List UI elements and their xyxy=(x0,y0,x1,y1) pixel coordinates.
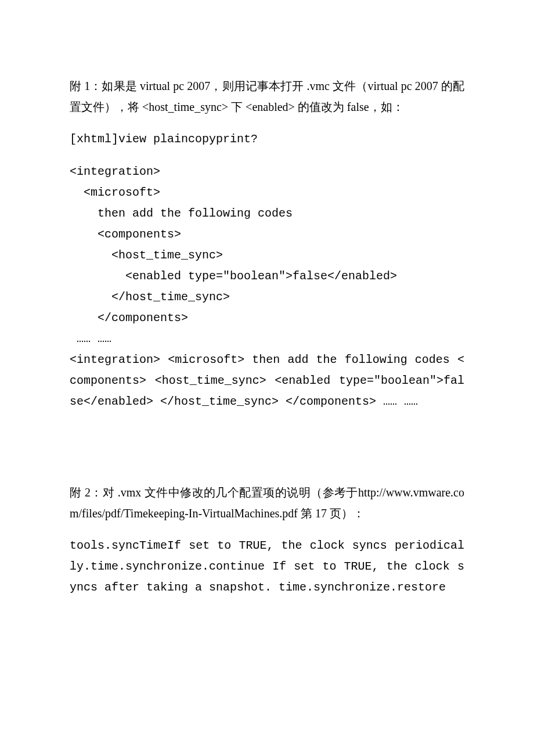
document-page: 附 1：如果是 virtual pc 2007，则用记事本打开 .vmc 文件（… xyxy=(0,0,534,756)
code-tag-line: [xhtml]view plaincopyprint? xyxy=(70,129,464,150)
spacer xyxy=(70,424,464,482)
code-line: </components> xyxy=(70,308,464,329)
code-line: …… …… xyxy=(70,329,464,350)
code-line: <enabled type="boolean">false</enabled> xyxy=(70,266,464,287)
xml-code-block: <integration> <microsoft> then add the f… xyxy=(70,161,464,350)
code-line: </host_time_sync> xyxy=(70,287,464,308)
code-line: <microsoft> xyxy=(70,182,464,203)
code-line: <integration> xyxy=(70,161,464,182)
paragraph-appendix-1: 附 1：如果是 virtual pc 2007，则用记事本打开 .vmc 文件（… xyxy=(70,75,464,117)
code-line: then add the following codes xyxy=(70,203,464,224)
code-line: <host_time_sync> xyxy=(70,245,464,266)
paragraph-settings-description: tools.syncTimeIf set to TRUE, the clock … xyxy=(70,535,464,598)
code-line: <components> xyxy=(70,224,464,245)
paragraph-appendix-2: 附 2：对 .vmx 文件中修改的几个配置项的说明（参考于http://www.… xyxy=(70,482,464,524)
inline-xml-paragraph: <integration> <microsoft> then add the f… xyxy=(70,350,464,412)
